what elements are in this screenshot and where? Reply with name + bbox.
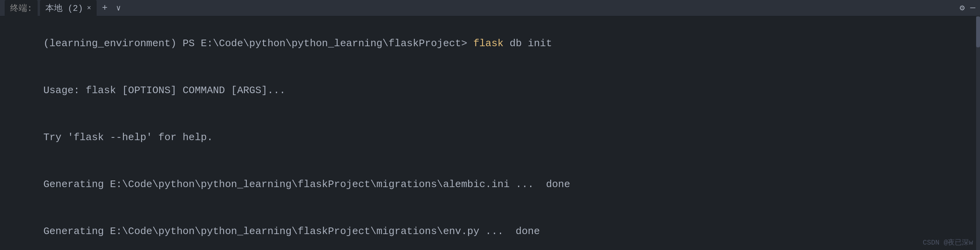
tab-name: 本地 (2) [45, 2, 83, 14]
title-bar-left: 终端: 本地 (2) × + ∨ [5, 0, 960, 16]
terminal-line: Generating E:\Code\python\python_learnin… [7, 208, 973, 250]
db-init: db init [503, 38, 552, 49]
terminal-label: 终端: [5, 0, 38, 16]
watermark: CSDN @夜已深w [923, 238, 973, 247]
prompt: (learning_environment) PS E:\Code\python… [43, 38, 474, 49]
gen-env: Generating E:\Code\python\python_learnin… [43, 226, 540, 237]
tab-dropdown-button[interactable]: ∨ [113, 2, 124, 14]
tab-local-2[interactable]: 本地 (2) × [40, 0, 97, 16]
scrollbar-area[interactable] [976, 16, 980, 250]
settings-icon[interactable]: ⚙ [960, 3, 965, 13]
try-text: Try 'flask --help' for help. [43, 132, 213, 143]
scrollbar-thumb[interactable] [976, 16, 980, 47]
title-bar-right: ⚙ — [960, 3, 975, 13]
gen-alembic: Generating E:\Code\python\python_learnin… [43, 179, 570, 190]
terminal-body[interactable]: (learning_environment) PS E:\Code\python… [0, 16, 980, 250]
title-bar: 终端: 本地 (2) × + ∨ ⚙ — [0, 0, 980, 16]
minimize-icon[interactable]: — [970, 3, 975, 13]
terminal-line: Generating E:\Code\python\python_learnin… [7, 161, 973, 208]
terminal-line: Usage: flask [OPTIONS] COMMAND [ARGS]... [7, 67, 973, 114]
terminal-window: 终端: 本地 (2) × + ∨ ⚙ — (learning_environme… [0, 0, 980, 250]
tab-close-button[interactable]: × [87, 4, 91, 12]
terminal-line: (learning_environment) PS E:\Code\python… [7, 20, 973, 67]
usage-text: Usage: flask [OPTIONS] COMMAND [ARGS]... [43, 85, 286, 96]
tab-add-button[interactable]: + [99, 1, 111, 15]
flask-command: flask [473, 38, 503, 49]
terminal-line: Try 'flask --help' for help. [7, 114, 973, 161]
